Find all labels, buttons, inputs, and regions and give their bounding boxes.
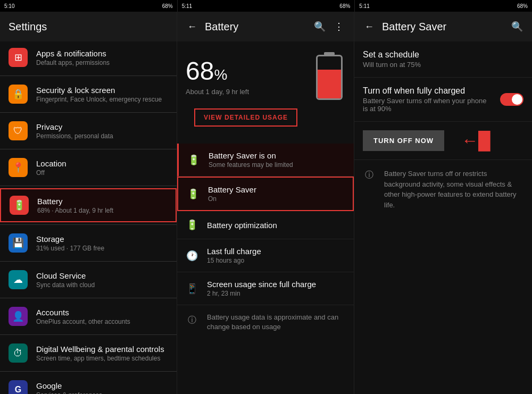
accounts-title: Accounts [36, 308, 168, 317]
divider-4 [0, 186, 177, 186]
security-title: Security & lock screen [36, 86, 168, 95]
battery-saver-item[interactable]: 🔋 Battery Saver On [177, 177, 354, 211]
panels-container: Settings ⊞ Apps & notifications Default … [0, 12, 532, 394]
schedule-title: Set a schedule [363, 50, 523, 60]
battery-visual [316, 52, 345, 100]
battery-optimization-item[interactable]: 🔋 Battery optimization [177, 211, 354, 239]
location-subtitle: Off [36, 169, 168, 177]
schedule-subtitle: Will turn on at 75% [363, 61, 523, 69]
status-bar-2: 5:11 68% [178, 0, 355, 12]
settings-item-google[interactable]: G Google Services & preferences [0, 374, 177, 394]
divider-9 [0, 371, 177, 372]
security-icon: 🔒 [9, 85, 28, 104]
schedule-row[interactable]: Set a schedule Will turn on at 75% [354, 41, 532, 78]
disclaimer-text: Battery usage data is approximate and ca… [207, 313, 345, 332]
battery-subtitle: 68% · About 1 day, 9 hr left [37, 207, 167, 214]
status-battery-3: 68% [517, 3, 528, 9]
battery-optimization-icon: 🔋 [186, 219, 198, 231]
battery-title: Battery [37, 197, 167, 206]
security-subtitle: Fingerprint, Face Unlock, emergency resc… [36, 96, 168, 103]
settings-item-location[interactable]: 📍 Location Off [0, 152, 177, 183]
divider-1 [0, 76, 177, 76]
divider-7 [0, 298, 177, 298]
battery-percent-display: 68% [186, 56, 307, 86]
privacy-subtitle: Permissions, personal data [36, 132, 168, 140]
battery-body [316, 55, 343, 100]
location-icon: 📍 [9, 158, 28, 177]
battery-saver-back-button[interactable]: ← [363, 20, 376, 33]
divider-3 [0, 149, 177, 149]
battery-header: 68% About 1 day, 9 hr left [177, 41, 354, 108]
location-title: Location [36, 159, 168, 168]
settings-item-security[interactable]: 🔒 Security & lock screen Fingerprint, Fa… [0, 78, 177, 110]
battery-saver-alert-icon: 🔋 [187, 154, 200, 166]
divider-5 [0, 224, 177, 225]
status-bar-3: 5:11 68% [355, 0, 532, 12]
settings-list: ⊞ Apps & notifications Default apps, per… [0, 41, 177, 394]
google-icon: G [9, 380, 28, 394]
battery-panel-title: Battery [205, 21, 307, 33]
battery-saver-search-icon[interactable]: 🔍 [511, 20, 523, 33]
battery-search-icon[interactable]: 🔍 [313, 20, 326, 33]
battery-more-icon[interactable]: ⋮ [332, 20, 345, 33]
apps-notifications-icon: ⊞ [9, 48, 28, 67]
battery-saver-info: ⓘ Battery Saver turns off or restricts b… [354, 160, 532, 219]
accounts-icon: 👤 [9, 307, 28, 326]
settings-item-apps-notifications[interactable]: ⊞ Apps & notifications Default apps, per… [0, 41, 177, 73]
battery-percent-symbol: % [214, 66, 227, 83]
settings-item-storage[interactable]: 💾 Storage 31% used · 177 GB free [0, 227, 177, 259]
storage-subtitle: 31% used · 177 GB free [36, 245, 168, 252]
turn-off-charged-toggle[interactable] [500, 93, 523, 106]
last-full-charge-icon: 🕐 [186, 249, 198, 262]
settings-panel: Settings ⊞ Apps & notifications Default … [0, 12, 177, 394]
status-battery-1: 68% [162, 3, 173, 9]
storage-icon: 💾 [9, 233, 28, 253]
divider-2 [0, 112, 177, 113]
screen-usage-item[interactable]: 📱 Screen usage since full charge 2 hr, 2… [177, 272, 354, 305]
storage-title: Storage [36, 234, 168, 244]
settings-item-accounts[interactable]: 👤 Accounts OnePlus account, other accoun… [0, 300, 177, 332]
settings-item-digital-wellbeing[interactable]: ⏱ Digital Wellbeing & parental controls … [0, 337, 177, 369]
battery-saver-panel: ← Battery Saver 🔍 Set a schedule Will tu… [354, 12, 532, 394]
privacy-title: Privacy [36, 122, 168, 131]
battery-saver-item-subtitle: On [208, 195, 344, 203]
battery-optimization-title: Battery optimization [207, 221, 345, 230]
turn-off-charged-title: Turn off when fully charged [363, 86, 492, 96]
view-detailed-usage-button[interactable]: VIEW DETAILED USAGE [194, 108, 297, 127]
cloud-icon: ☁ [9, 270, 28, 289]
last-full-charge-item[interactable]: 🕐 Last full charge 15 hours ago [177, 239, 354, 272]
battery-time-left: About 1 day, 9 hr left [186, 88, 307, 96]
battery-saver-item-icon: 🔋 [187, 188, 200, 200]
battery-fill [318, 70, 341, 98]
cloud-title: Cloud Service [36, 271, 168, 280]
google-title: Google [36, 381, 168, 390]
battery-list: 68% About 1 day, 9 hr left VIEW DETAILED… [177, 41, 354, 394]
battery-back-button[interactable]: ← [186, 20, 198, 33]
last-full-charge-subtitle: 15 hours ago [207, 257, 345, 264]
digital-wellbeing-subtitle: Screen time, app timers, bedtime schedul… [36, 355, 168, 362]
status-bar-1: 5:10 68% [0, 0, 178, 12]
battery-saver-item-title: Battery Saver [208, 185, 344, 194]
settings-item-privacy[interactable]: 🛡 Privacy Permissions, personal data [0, 115, 177, 147]
settings-toolbar: Settings [0, 12, 177, 41]
screen-usage-title: Screen usage since full charge [207, 280, 345, 289]
info-icon: ⓘ [363, 169, 376, 181]
status-bars: 5:10 68% 5:11 68% 5:11 68% [0, 0, 532, 12]
battery-usage-disclaimer: ⓘ Battery usage data is approximate and … [177, 305, 354, 339]
digital-wellbeing-icon: ⏱ [9, 343, 28, 363]
accounts-subtitle: OnePlus account, other accounts [36, 318, 168, 325]
battery-saver-alert-subtitle: Some features may be limited [209, 161, 345, 169]
battery-percent-number: 68 [186, 57, 214, 85]
battery-saver-title: Battery Saver [382, 21, 504, 33]
settings-item-battery[interactable]: 🔋 Battery 68% · About 1 day, 9 hr left [0, 188, 177, 222]
status-time-1: 5:10 [4, 3, 14, 9]
battery-icon: 🔋 [10, 196, 29, 215]
battery-saver-alert-item: 🔋 Battery Saver is on Some features may … [177, 144, 354, 177]
status-battery-2: 68% [339, 3, 350, 9]
turn-off-now-button[interactable]: TURN OFF NOW [363, 130, 444, 151]
settings-title: Settings [9, 21, 168, 33]
status-time-3: 5:11 [359, 3, 369, 9]
turn-off-charged-row[interactable]: Turn off when fully charged Battery Save… [354, 78, 532, 122]
apps-notifications-subtitle: Default apps, permissions [36, 59, 168, 66]
settings-item-cloud[interactable]: ☁ Cloud Service Sync data with cloud [0, 264, 177, 296]
